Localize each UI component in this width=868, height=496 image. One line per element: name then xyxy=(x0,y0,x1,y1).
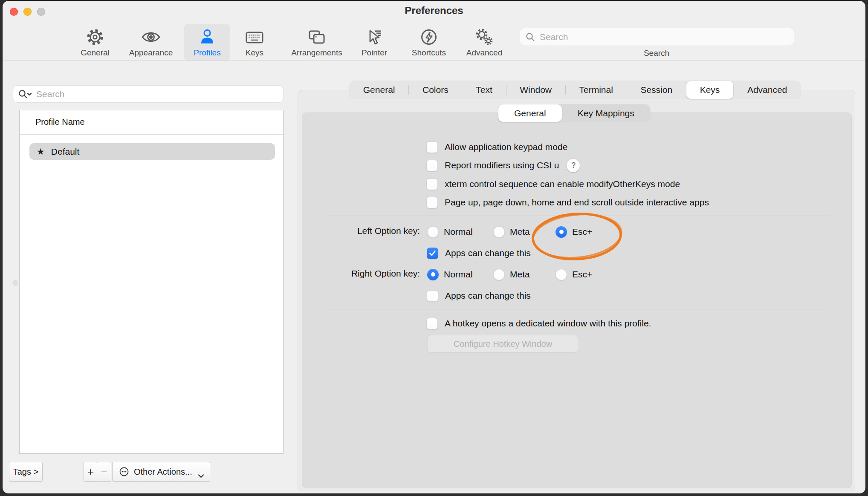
radio-left-meta[interactable]: Meta xyxy=(493,226,530,238)
checkbox-row: Apps can change this xyxy=(427,290,531,302)
toolbar-item-appearance[interactable]: Appearance xyxy=(123,24,179,61)
checkbox-report-csi-u[interactable] xyxy=(426,160,438,171)
titlebar: Preferences xyxy=(3,1,865,19)
plus-icon: + xyxy=(87,465,94,479)
ellipsis-circle-icon xyxy=(119,466,130,477)
search-menu-icon xyxy=(18,89,32,99)
toolbar-search-field[interactable] xyxy=(520,28,794,46)
checkbox-label: Apps can change this xyxy=(445,291,531,301)
checkbox-label: Page up, page down, home and end scroll … xyxy=(445,197,709,208)
radio-right-esc[interactable]: Esc+ xyxy=(556,268,592,280)
radio-left-esc[interactable]: Esc+ xyxy=(556,226,592,238)
tags-button-label: Tags > xyxy=(13,467,38,477)
toolbar-item-shortcuts[interactable]: Shortcuts xyxy=(403,24,454,61)
checkbox-row: A hotkey opens a dedicated window with t… xyxy=(426,317,651,329)
tab-session[interactable]: Session xyxy=(627,81,686,99)
tab-text[interactable]: Text xyxy=(462,81,506,99)
radio-left-normal[interactable]: Normal xyxy=(427,226,473,238)
chevron-down-icon xyxy=(198,470,204,480)
radio-right-normal[interactable]: Normal xyxy=(427,268,473,280)
radio-label: Esc+ xyxy=(572,227,592,237)
toolbar-item-arrangements[interactable]: Arrangements xyxy=(283,24,351,61)
toolbar-item-keys[interactable]: Keys xyxy=(235,24,274,61)
toolbar-label: Pointer xyxy=(362,48,387,58)
tab-keys[interactable]: Keys xyxy=(686,81,733,99)
checkbox-label: Allow application keypad mode xyxy=(445,142,567,152)
radio-label: Meta xyxy=(510,269,530,280)
person-icon xyxy=(198,27,217,47)
toolbar-divider xyxy=(3,61,865,61)
configure-hotkey-label: Configure Hotkey Window xyxy=(454,339,552,349)
radio-icon xyxy=(556,269,567,280)
search-icon xyxy=(525,32,535,42)
other-actions-label: Other Actions... xyxy=(134,467,192,477)
checkbox-hotkey-window[interactable] xyxy=(426,318,438,329)
radio-label: Meta xyxy=(510,227,530,237)
radio-icon xyxy=(493,226,505,238)
checkbox-label: Apps can change this xyxy=(445,248,531,258)
profile-row-default[interactable]: ★ Default xyxy=(29,143,275,160)
toolbar-label: Appearance xyxy=(129,48,173,58)
radio-icon xyxy=(556,226,567,238)
subtab-key-mappings[interactable]: Key Mappings xyxy=(562,104,650,122)
remove-profile-button[interactable]: − xyxy=(97,462,111,482)
toolbar-item-general[interactable]: General xyxy=(74,24,116,61)
right-option-key-label: Right Option key: xyxy=(302,268,420,279)
list-header-divider xyxy=(20,134,283,135)
toolbar-label: Advanced xyxy=(466,48,503,58)
left-edge-dot xyxy=(12,280,18,286)
toolbar-item-advanced[interactable]: Advanced xyxy=(459,24,510,61)
help-button[interactable]: ? xyxy=(567,159,580,172)
radio-label: Normal xyxy=(444,269,473,280)
tab-advanced[interactable]: Advanced xyxy=(734,81,801,99)
checkbox-row: Report modifiers using CSI u ? xyxy=(426,159,580,171)
tags-button[interactable]: Tags > xyxy=(9,462,43,482)
checkbox-page-scroll-outside[interactable] xyxy=(426,197,438,208)
cursor-icon xyxy=(365,27,384,47)
checkbox-row: Allow application keypad mode xyxy=(426,141,567,153)
windows-icon xyxy=(307,27,327,47)
section-divider xyxy=(324,216,829,216)
radio-icon xyxy=(427,269,439,280)
radio-right-meta[interactable]: Meta xyxy=(493,268,530,280)
checkbox-label: A hotkey opens a dedicated window with t… xyxy=(445,318,651,329)
tab-window[interactable]: Window xyxy=(506,81,565,99)
tab-general[interactable]: General xyxy=(350,81,408,99)
checkbox-row: xterm control sequence can enable modify… xyxy=(426,178,680,190)
checkbox-allow-keypad-mode[interactable] xyxy=(426,141,438,153)
profile-search-field[interactable] xyxy=(13,85,284,103)
gear-icon xyxy=(86,27,104,47)
checkbox-row: Apps can change this xyxy=(427,247,531,259)
toolbar-search-caption: Search xyxy=(614,49,699,58)
checkbox-label: xterm control sequence can enable modify… xyxy=(445,179,680,189)
eye-icon xyxy=(141,27,161,47)
add-profile-button[interactable]: + xyxy=(84,462,98,482)
subtab-general[interactable]: General xyxy=(498,104,562,122)
toolbar-label: Keys xyxy=(246,48,263,58)
profile-list: Profile Name ★ Default xyxy=(19,110,284,454)
gears-icon xyxy=(475,27,494,47)
checkbox-left-apps-can-change[interactable] xyxy=(427,248,438,259)
toolbar-item-pointer[interactable]: Pointer xyxy=(351,24,398,61)
keys-general-pane: Allow application keypad mode Report mod… xyxy=(302,112,852,488)
profile-search-input[interactable] xyxy=(36,89,278,99)
configure-hotkey-window-button[interactable]: Configure Hotkey Window xyxy=(428,335,578,353)
check-icon xyxy=(429,250,436,256)
keyboard-icon xyxy=(245,27,264,47)
radio-icon xyxy=(427,226,439,238)
window-title: Preferences xyxy=(3,5,865,17)
toolbar-search-input[interactable] xyxy=(540,32,789,42)
tab-terminal[interactable]: Terminal xyxy=(566,81,627,99)
preferences-window: Preferences General Appearance xyxy=(3,1,865,493)
toolbar-label: Profiles xyxy=(194,48,220,58)
profile-list-header: Profile Name xyxy=(35,117,85,127)
toolbar-item-profiles[interactable]: Profiles xyxy=(184,24,230,61)
tab-colors[interactable]: Colors xyxy=(409,81,462,99)
checkbox-modifyotherkeys[interactable] xyxy=(426,179,438,190)
left-option-key-label: Left Option key: xyxy=(302,226,420,236)
other-actions-dropdown[interactable]: Other Actions... xyxy=(112,462,210,482)
radio-label: Esc+ xyxy=(572,269,592,280)
toolbar-label: Arrangements xyxy=(291,48,342,58)
checkbox-right-apps-can-change[interactable] xyxy=(427,290,438,302)
radio-icon xyxy=(493,269,505,280)
